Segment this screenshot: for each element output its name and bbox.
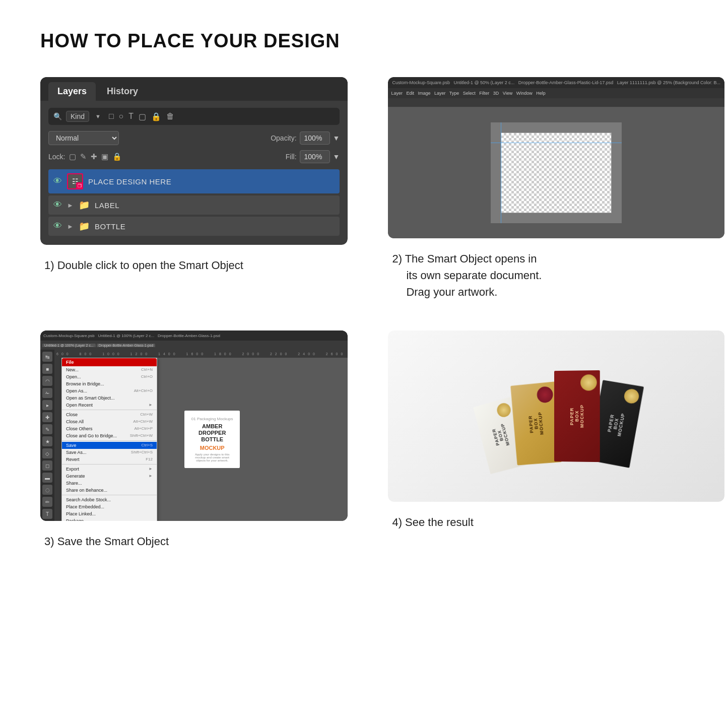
ps-file-topbar: Custom-Mockup-Square.psb Untitled-1 @ 10… (40, 330, 348, 341)
layer-expand-arrow-3[interactable]: ► (67, 223, 74, 230)
ps-topbar-text: Custom-Mockup-Square.psb Untitled-1 @ 50… (392, 80, 720, 85)
step-2-desc: 2) The Smart Object opens in its own sep… (388, 250, 546, 300)
blend-row: Normal Opacity: 100% ▼ (48, 131, 340, 145)
menu-item-place-embedded[interactable]: Place Embedded... (62, 503, 157, 510)
adjust-filter-icon[interactable]: ○ (119, 112, 124, 121)
tool-gradient[interactable]: ▬ (42, 473, 52, 483)
tab-history[interactable]: History (98, 82, 147, 101)
ps-file-tab-2: Dropper-Bottle-Amber-Glass-1-psd (97, 344, 156, 347)
tool-lasso[interactable]: ◠ (42, 376, 52, 386)
menu-item-share[interactable]: Share... (62, 480, 157, 487)
menu-item-open-recent[interactable]: Open Recent► (62, 402, 157, 409)
tool-dodge[interactable]: ◌ (42, 485, 52, 495)
ps-checkerboard-canvas (501, 133, 612, 213)
tool-clone[interactable]: ★ (42, 436, 52, 446)
tool-crop[interactable]: ✁ (42, 388, 52, 398)
smart-filter-icon[interactable]: 🔒 (151, 112, 161, 121)
lock-move-icon[interactable]: ✚ (91, 152, 97, 161)
doc-preview-title: AMBER DROPPER BOTTLE (198, 423, 226, 443)
tool-move[interactable]: ↹ (42, 352, 52, 362)
lock-pixels-icon[interactable]: ▢ (69, 152, 76, 161)
kind-arrow-icon: ▼ (95, 113, 101, 119)
layer-visibility-icon-2[interactable]: 👁 (53, 200, 62, 210)
tool-eraser[interactable]: ◻ (42, 460, 52, 471)
pixel-filter-icon[interactable]: □ (109, 112, 114, 121)
tool-eyedropper[interactable]: ▸ (42, 400, 52, 410)
menu-item-close-all[interactable]: Close AllAlt+Ctrl+W (62, 418, 157, 425)
opacity-label: Opacity: (271, 134, 296, 142)
file-menu-header[interactable]: File (62, 358, 157, 366)
layer-item-label[interactable]: 👁 ► 📁 LABEL (48, 195, 340, 215)
layer-expand-arrow-2[interactable]: ► (67, 202, 74, 209)
smart-object-badge: ❐ (76, 182, 83, 189)
ps-topbar: Custom-Mockup-Square.psb Untitled-1 @ 50… (388, 77, 724, 88)
tool-brush[interactable]: ✎ (42, 424, 52, 434)
menu-item-share-behance[interactable]: Share on Behance... (62, 487, 157, 494)
menu-item-open-smart[interactable]: Open as Smart Object... (62, 394, 157, 402)
box-red-label: PAPERBOXMOCKUP (569, 405, 584, 428)
layers-search-row: 🔍 Kind ▼ □ ○ T ▢ 🔒 🗑 (48, 108, 340, 125)
layers-filter-icons: □ ○ T ▢ 🔒 🗑 (109, 112, 174, 121)
tool-type[interactable]: T (42, 509, 52, 519)
file-menu-dropdown: File New...Ctrl+N Open...Ctrl+O Browse i… (61, 358, 157, 521)
doc-preview-subtitle: 01 Packaging Mockups (191, 417, 233, 421)
layer-item-bottle[interactable]: 👁 ► 📁 BOTTLE (48, 217, 340, 236)
tool-pen[interactable]: ✏ (42, 497, 52, 507)
box-gold-label: PAPERBOXMOCKUP (527, 412, 544, 436)
kind-select[interactable]: Kind (66, 111, 89, 122)
menu-item-export[interactable]: Export► (62, 466, 157, 473)
menu-item-close[interactable]: CloseCtrl+W (62, 411, 157, 418)
menu-item-revert[interactable]: RevertF12 (62, 456, 157, 463)
lock-all-icon[interactable]: 🔒 (112, 152, 122, 161)
ps-ruler-vertical (54, 358, 61, 521)
layer-visibility-icon-3[interactable]: 👁 (53, 221, 62, 231)
ps-file-tabbar: Untitled-1 @ 100% (Layer 2 c... Dropper-… (40, 341, 348, 350)
layer-item-place-design[interactable]: 👁 ☷ ❐ PLACE DESIGN HERE (48, 169, 340, 193)
ps-rulers-top: 600 800 1000 1200 1400 1600 1800 2000 22… (54, 350, 348, 358)
ps-document (491, 122, 622, 223)
product-image-area: PAPERBOXMOCKUP PAPERBOXMOCKUP PAPERBOXMO… (388, 330, 724, 502)
layers-tabs: Layers History (40, 77, 348, 101)
menu-item-save-as[interactable]: Save As...Shift+Ctrl+S (62, 449, 157, 456)
ps-canvas-main: File New...Ctrl+N Open...Ctrl+O Browse i… (61, 358, 348, 521)
ps-file-tab-1: Untitled-1 @ 100% (Layer 2 c... (42, 344, 96, 347)
menu-item-open-as[interactable]: Open As...Alt+Ctrl+O (62, 387, 157, 394)
cell-1: Layers History 🔍 Kind ▼ □ ○ T ▢ (40, 77, 348, 300)
lock-paint-icon[interactable]: ✎ (80, 152, 87, 161)
menu-item-generate[interactable]: Generate► (62, 473, 157, 480)
menu-item-close-others[interactable]: Close OthersAlt+Ctrl+P (62, 425, 157, 432)
layer-visibility-icon-1[interactable]: 👁 (53, 176, 62, 186)
layer-name-2: LABEL (95, 201, 119, 210)
blend-mode-select[interactable]: Normal (48, 131, 119, 145)
step-4-desc: 4) See the result (388, 514, 477, 531)
tab-layers[interactable]: Layers (48, 82, 96, 101)
menu-item-save[interactable]: SaveCtrl+S (62, 442, 157, 449)
menu-item-open[interactable]: Open...Ctrl+O (62, 373, 157, 380)
lock-artboard-icon[interactable]: ▣ (101, 152, 108, 161)
menu-item-place-linked[interactable]: Place Linked... (62, 510, 157, 517)
box-black-dot (623, 388, 640, 405)
layer-thumb-smart-obj: ☷ ❐ (67, 173, 83, 189)
folder-icon-label: 📁 (79, 200, 90, 211)
ps-left-toolbar: ↹ ■ ◠ ✁ ▸ ✚ ✎ ★ ◇ ◻ ▬ ◌ ✏ T (40, 350, 54, 521)
cell-3: Custom-Mockup-Square.psb Untitled-1 @ 10… (40, 330, 348, 550)
product-result-screenshot: PAPERBOXMOCKUP PAPERBOXMOCKUP PAPERBOXMO… (388, 330, 724, 502)
menu-item-new[interactable]: New...Ctrl+N (62, 366, 157, 373)
search-icon: 🔍 (53, 112, 62, 120)
menu-item-browse[interactable]: Browse in Bridge... (62, 380, 157, 387)
trash-icon[interactable]: 🗑 (166, 112, 174, 121)
menu-item-close-bridge[interactable]: Close and Go to Bridge...Shift+Ctrl+W (62, 432, 157, 439)
menu-item-package[interactable]: Package... (62, 517, 157, 521)
opacity-value[interactable]: 100% (300, 131, 330, 145)
page-title: HOW TO PLACE YOUR DESIGN (40, 30, 688, 52)
text-filter-icon[interactable]: T (128, 112, 134, 121)
tool-history[interactable]: ◇ (42, 448, 52, 458)
menu-item-search-stock[interactable]: Search Adobe Stock... (62, 496, 157, 503)
lock-row: Lock: ▢ ✎ ✚ ▣ 🔒 Fill: 100% ▼ (48, 150, 340, 163)
fill-value[interactable]: 100% (300, 150, 330, 163)
shape-filter-icon[interactable]: ▢ (139, 112, 146, 121)
tool-select[interactable]: ■ (42, 364, 52, 374)
folder-icon-bottle: 📁 (79, 221, 90, 232)
fill-row: Fill: 100% ▼ (286, 150, 340, 163)
tool-heal[interactable]: ✚ (42, 412, 52, 422)
